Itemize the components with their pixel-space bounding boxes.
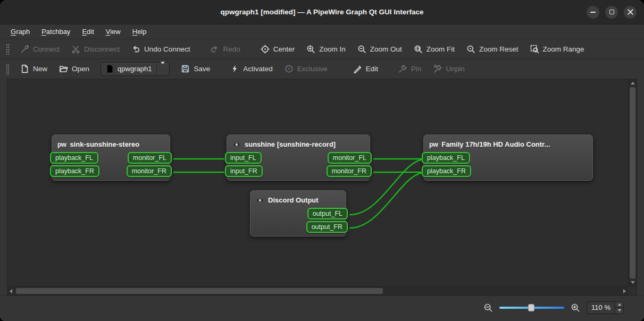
patchbay-selector[interactable]: qpwgraph1 <box>101 62 170 76</box>
graph-view: pw sink-sunshine-stereo playback_FL moni… <box>7 79 637 295</box>
minimize-icon <box>590 12 596 13</box>
zoom-spin-down[interactable] <box>615 307 623 314</box>
edit-pencil-icon <box>353 64 362 73</box>
spin-up-icon <box>618 303 621 306</box>
close-icon <box>626 7 635 16</box>
pin-button[interactable]: Pin <box>392 62 428 76</box>
port-sunshine-monitor-fr[interactable]: monitor_FR <box>327 165 372 177</box>
node-title-text: Family 17h/19h HD Audio Contr... <box>441 140 550 148</box>
disconnect-button[interactable]: Disconnect <box>65 42 126 56</box>
node-discord-output[interactable]: Discord Output output_FL output_FR <box>250 190 346 236</box>
zoom-slider[interactable] <box>499 303 564 312</box>
activated-label: Activated <box>243 65 273 73</box>
port-sink-monitor-fl[interactable]: monitor_FL <box>128 152 172 164</box>
zoom-fit-label: Zoom Fit <box>426 45 455 53</box>
undo-icon <box>131 45 140 54</box>
patchbay-selector-dropdown[interactable] <box>156 62 166 77</box>
zoom-slider-handle[interactable] <box>528 304 534 311</box>
zoom-value[interactable]: 110 % <box>587 302 615 314</box>
pipewire-icon: pw <box>429 141 438 148</box>
node-family-hd-audio[interactable]: pw Family 17h/19h HD Audio Contr... play… <box>423 134 593 181</box>
port-sink-playback-fl[interactable]: playback_FL <box>50 152 98 164</box>
port-sunshine-monitor-fl[interactable]: monitor_FL <box>328 152 372 164</box>
port-sink-playback-fr[interactable]: playback_FR <box>50 165 99 177</box>
port-discord-output-fr[interactable]: output_FR <box>306 221 348 233</box>
connect-button[interactable]: Connect <box>14 42 65 56</box>
scroll-down-arrow[interactable] <box>631 281 635 284</box>
toolbar-drag-handle[interactable] <box>6 43 10 55</box>
undo-connect-button[interactable]: Undo Connect <box>126 42 196 56</box>
unpin-button[interactable]: Unpin <box>428 62 471 76</box>
exclusive-toggle[interactable]: Exclusive <box>279 62 333 76</box>
zoom-fit-button[interactable]: Zoom Fit <box>408 42 461 56</box>
port-family-playback-fr[interactable]: playback_FR <box>422 165 471 177</box>
zoom-out-label: Zoom Out <box>370 45 402 53</box>
new-patchbay-button[interactable]: New <box>14 62 53 76</box>
statusbar: 110 % <box>0 295 644 321</box>
zoom-in-button[interactable]: Zoom In <box>300 42 352 56</box>
zoom-reset-button[interactable]: Zoom Reset <box>461 42 524 56</box>
node-sink-sunshine-stereo[interactable]: pw sink-sunshine-stereo playback_FL moni… <box>52 134 170 181</box>
edit-toggle[interactable]: Edit <box>347 62 384 76</box>
menu-edit[interactable]: Edit <box>77 26 99 37</box>
open-patchbay-button[interactable]: Open <box>53 62 95 76</box>
patchbay-file-icon <box>105 64 114 73</box>
new-label: New <box>33 65 47 73</box>
redo-label: Redo <box>223 45 240 53</box>
chevron-down-icon <box>161 62 165 73</box>
pin-label: Pin <box>411 65 422 73</box>
zoom-range-label: Zoom Range <box>543 45 584 53</box>
scroll-left-arrow[interactable] <box>10 289 12 293</box>
vertical-scrollbar-thumb[interactable] <box>630 87 635 278</box>
activated-toggle[interactable]: Activated <box>224 62 279 76</box>
minimize-button[interactable] <box>587 6 599 19</box>
connection-discord-output-fr-to-family-playback-fr[interactable] <box>350 173 422 228</box>
spin-down-icon <box>618 309 621 311</box>
open-folder-icon <box>59 64 68 73</box>
zoom-out-icon[interactable] <box>483 303 493 312</box>
menu-view[interactable]: View <box>101 26 126 37</box>
toolbar-drag-handle[interactable] <box>6 63 10 75</box>
port-sunshine-input-fr[interactable]: input_FR <box>225 165 263 177</box>
port-sunshine-input-fl[interactable]: input_FL <box>225 152 262 164</box>
horizontal-scrollbar-thumb[interactable] <box>16 288 383 294</box>
menu-graph[interactable]: Graph <box>5 26 35 37</box>
maximize-button[interactable] <box>605 6 618 19</box>
zoom-in-icon <box>306 45 315 54</box>
edit-label: Edit <box>366 65 378 73</box>
patchbay-toolbar: New Open qpwgraph1 Save Activated Exclus… <box>0 58 644 79</box>
center-icon <box>261 45 270 54</box>
center-button[interactable]: Center <box>255 42 301 56</box>
zoom-in-label: Zoom In <box>319 45 346 53</box>
zoom-spinbox[interactable]: 110 % <box>587 301 624 314</box>
save-icon <box>181 64 190 73</box>
save-patchbay-button[interactable]: Save <box>175 62 216 76</box>
zoom-range-icon <box>530 45 539 54</box>
horizontal-scrollbar[interactable] <box>7 286 628 295</box>
connections-layer <box>7 79 628 286</box>
node-sunshine[interactable]: sunshine [sunshine-record] input_FL moni… <box>227 134 370 181</box>
scroll-up-arrow[interactable] <box>631 82 635 85</box>
close-button[interactable] <box>624 6 637 19</box>
scroll-right-arrow[interactable] <box>623 289 626 293</box>
menu-patchbay[interactable]: Patchbay <box>36 26 76 37</box>
zoom-in-icon[interactable] <box>571 303 580 312</box>
node-header: pw sink-sunshine-stereo <box>52 135 170 152</box>
zoom-out-button[interactable]: Zoom Out <box>352 42 408 56</box>
menu-help[interactable]: Help <box>127 26 152 37</box>
zoom-spin-up[interactable] <box>615 302 623 308</box>
redo-button[interactable]: Redo <box>204 42 246 56</box>
port-discord-output-fl[interactable]: output_FL <box>307 208 348 219</box>
graph-canvas[interactable]: pw sink-sunshine-stereo playback_FL moni… <box>7 79 628 286</box>
vertical-scrollbar[interactable] <box>628 79 637 286</box>
patchbay-selector-value: qpwgraph1 <box>118 65 152 73</box>
zoom-spin-buttons <box>615 302 623 314</box>
zoom-range-button[interactable]: Zoom Range <box>524 42 590 56</box>
node-title-text: Discord Output <box>268 196 319 204</box>
port-family-playback-fl[interactable]: playback_FL <box>422 152 470 164</box>
qpwgraph-window: qpwgraph1 [modified] — A PipeWire Graph … <box>0 0 644 321</box>
menubar: Graph Patchbay Edit View Help <box>0 24 644 39</box>
port-sink-monitor-fr[interactable]: monitor_FR <box>127 165 172 177</box>
redo-icon <box>210 45 219 54</box>
titlebar[interactable]: qpwgraph1 [modified] — A PipeWire Graph … <box>0 0 644 24</box>
